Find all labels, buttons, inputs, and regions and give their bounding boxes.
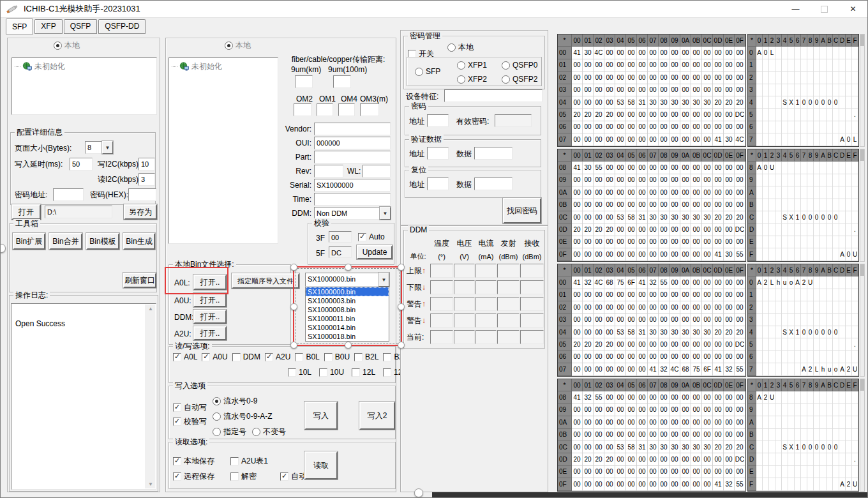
hex-cell[interactable]: 00 — [680, 223, 691, 236]
hex-cell[interactable]: 00 — [583, 84, 594, 96]
ascii-cell[interactable] — [775, 404, 782, 416]
ascii-cell[interactable] — [807, 391, 814, 404]
checkbox-12l[interactable]: 12L — [352, 368, 375, 377]
hex-cell[interactable]: 00 — [691, 248, 702, 260]
ascii-cell[interactable] — [801, 416, 807, 428]
hex-cell[interactable]: 00 — [594, 326, 604, 338]
hex-cell[interactable]: 00 — [583, 59, 594, 72]
ascii-cell[interactable] — [827, 162, 833, 174]
ascii-cell[interactable] — [827, 429, 833, 441]
hex-cell[interactable]: 00 — [702, 338, 713, 351]
ascii-cell[interactable]: L — [814, 363, 820, 375]
ascii-cell[interactable] — [807, 84, 814, 96]
ascii-cell[interactable] — [782, 121, 788, 133]
ascii-cell[interactable] — [846, 314, 852, 326]
hex-cell[interactable]: 00 — [713, 59, 724, 72]
hex-cell[interactable]: 00 — [583, 466, 594, 478]
hex-cell[interactable]: 00 — [648, 236, 659, 248]
ascii-cell[interactable] — [795, 363, 801, 375]
ascii-cell[interactable] — [827, 248, 833, 260]
hex-cell[interactable]: 00 — [659, 429, 670, 441]
ascii-cell[interactable] — [763, 199, 769, 211]
hex-cell[interactable]: 00 — [713, 453, 724, 465]
hex-cell[interactable]: 00 — [713, 223, 724, 236]
hex-cell[interactable]: 00 — [637, 248, 648, 260]
ascii-cell[interactable] — [827, 109, 833, 121]
hex-cell[interactable]: 4C — [594, 47, 604, 59]
ascii-cell[interactable] — [763, 121, 769, 133]
ddm-value-field[interactable] — [454, 330, 475, 344]
ascii-cell[interactable] — [788, 47, 795, 59]
hex-cell[interactable]: 00 — [659, 72, 670, 84]
ascii-cell[interactable]: 0 — [814, 96, 820, 109]
ascii-cell[interactable] — [820, 248, 827, 260]
hex-cell[interactable]: 00 — [594, 363, 604, 375]
ascii-cell[interactable] — [846, 162, 852, 174]
ascii-cell[interactable] — [788, 174, 795, 186]
ascii-cell[interactable] — [833, 416, 839, 428]
hex-cell[interactable]: 00 — [659, 174, 670, 186]
ascii-cell[interactable] — [852, 211, 858, 223]
ascii-cell[interactable] — [775, 466, 782, 478]
ascii-cell[interactable] — [769, 338, 775, 351]
hex-cell[interactable]: 00 — [583, 211, 594, 223]
ascii-cell[interactable] — [763, 133, 769, 146]
hex-cell[interactable]: 00 — [713, 72, 724, 84]
ascii-cell[interactable] — [763, 338, 769, 351]
hex-cell[interactable]: 00 — [572, 466, 583, 478]
ascii-cell[interactable] — [814, 289, 820, 301]
ascii-cell[interactable] — [788, 236, 795, 248]
hex-cell[interactable]: 00 — [594, 133, 604, 146]
hex-cell[interactable]: 30 — [648, 326, 659, 338]
hex-cell[interactable]: 55 — [735, 478, 745, 490]
ascii-cell[interactable] — [833, 133, 839, 146]
hex-cell[interactable]: 00 — [572, 236, 583, 248]
ddm-value-field[interactable] — [454, 264, 475, 278]
ascii-cell[interactable] — [833, 391, 839, 404]
password-addr-field[interactable] — [427, 114, 449, 127]
ascii-cell[interactable] — [833, 121, 839, 133]
hex-cell[interactable]: 00 — [713, 416, 724, 428]
bin-expand-button[interactable]: Bin扩展 — [13, 233, 45, 250]
hex-cell[interactable]: 00 — [648, 223, 659, 236]
ascii-cell[interactable]: 0 — [801, 326, 807, 338]
ascii-cell[interactable] — [852, 174, 858, 186]
hex-cell[interactable]: 00 — [572, 404, 583, 416]
hex-cell[interactable]: 00 — [594, 289, 604, 301]
ascii-cell[interactable] — [763, 416, 769, 428]
radio-sfp[interactable]: SFP — [415, 67, 440, 76]
hex-cell[interactable]: 00 — [713, 289, 724, 301]
ascii-cell[interactable] — [827, 133, 833, 146]
hex-cell[interactable]: 30 — [691, 96, 702, 109]
hex-cell[interactable]: 00 — [583, 96, 594, 109]
ascii-cell[interactable] — [775, 429, 782, 441]
ascii-cell[interactable] — [814, 109, 820, 121]
hex-scrollbar[interactable] — [860, 264, 865, 377]
hex-cell[interactable]: 00 — [702, 276, 713, 289]
hex-cell[interactable]: 00 — [615, 133, 626, 146]
hex-cell[interactable]: 00 — [637, 174, 648, 186]
hex-cell[interactable]: 00 — [626, 236, 637, 248]
ascii-cell[interactable]: A — [756, 162, 763, 174]
ascii-cell[interactable] — [827, 47, 833, 59]
ascii-cell[interactable] — [756, 223, 763, 236]
ordered-import-button[interactable]: 指定顺序导入文件 — [232, 273, 299, 289]
ascii-cell[interactable] — [775, 121, 782, 133]
ascii-cell[interactable] — [827, 186, 833, 199]
hex-cell[interactable]: 00 — [594, 84, 604, 96]
ascii-cell[interactable] — [833, 276, 839, 289]
hex-cell[interactable]: 00 — [659, 453, 670, 465]
hex-cell[interactable]: 00 — [637, 351, 648, 363]
ascii-cell[interactable] — [801, 186, 807, 199]
ascii-cell[interactable] — [827, 199, 833, 211]
ascii-cell[interactable] — [833, 236, 839, 248]
ascii-cell[interactable] — [820, 84, 827, 96]
ascii-cell[interactable] — [788, 466, 795, 478]
ascii-cell[interactable]: U — [852, 478, 858, 490]
annotation-handle[interactable] — [414, 488, 423, 497]
hex-cell[interactable]: 00 — [735, 47, 745, 59]
ascii-cell[interactable]: 1 — [795, 96, 801, 109]
hex-cell[interactable]: 00 — [691, 466, 702, 478]
ascii-cell[interactable] — [820, 162, 827, 174]
hex-cell[interactable]: 00 — [713, 236, 724, 248]
